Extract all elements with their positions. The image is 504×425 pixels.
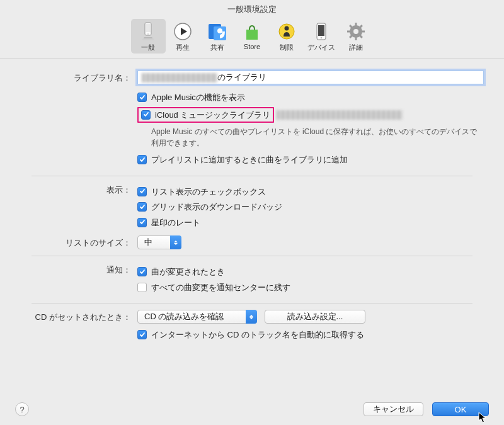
- grid-badges-checkbox[interactable]: [137, 202, 147, 212]
- restrictions-icon: [277, 21, 297, 42]
- tab-sharing-label: 共有: [210, 43, 224, 52]
- sharing-icon: [207, 21, 227, 42]
- svg-point-2: [147, 33, 149, 35]
- icloud-description: Apple Music のすべての曲やプレイリストを iCloud に保存すれば…: [151, 126, 479, 149]
- svg-rect-18: [347, 31, 350, 33]
- star-ratings-checkbox[interactable]: [137, 218, 147, 227]
- playlist-add-checkbox[interactable]: [137, 155, 147, 164]
- cd-tracknames-checkbox[interactable]: [137, 330, 147, 339]
- tab-devices-label: デバイス: [307, 43, 335, 52]
- tab-general-label: 一般: [141, 43, 155, 52]
- ok-button[interactable]: OK: [432, 402, 489, 416]
- icloud-library-label: iCloud ミュージックライブラリ: [155, 109, 270, 122]
- window-title: 一般環境設定: [0, 0, 504, 18]
- cd-action-select[interactable]: CD の読み込みを確認: [137, 310, 257, 324]
- svg-rect-16: [355, 23, 357, 26]
- list-checkbox-checkbox[interactable]: [137, 187, 147, 196]
- general-icon: [138, 21, 158, 42]
- svg-rect-17: [355, 37, 357, 40]
- question-icon: ?: [20, 405, 24, 414]
- svg-rect-12: [318, 25, 324, 36]
- tab-advanced[interactable]: 詳細: [339, 19, 374, 54]
- redacted-text: [142, 73, 217, 82]
- svg-point-13: [321, 37, 323, 39]
- display-label: 表示：: [16, 183, 137, 196]
- tab-restrictions-label: 制限: [280, 43, 294, 52]
- chevron-updown-icon: [170, 235, 181, 249]
- svg-rect-19: [362, 31, 365, 33]
- library-name-input[interactable]: のライブラリ: [137, 71, 484, 84]
- import-settings-label: 読み込み設定...: [287, 311, 343, 322]
- svg-point-8: [217, 28, 222, 33]
- tab-playback[interactable]: 再生: [166, 19, 200, 54]
- svg-rect-4: [142, 38, 154, 40]
- cd-action-value: CD の読み込みを確認: [144, 311, 224, 322]
- tab-restrictions[interactable]: 制限: [270, 19, 304, 54]
- cancel-button[interactable]: キャンセル: [364, 402, 423, 416]
- list-size-value: 中: [144, 237, 152, 248]
- cd-tracknames-label: インターネットから CD のトラック名を自動的に取得する: [151, 329, 364, 341]
- list-size-label: リストのサイズ：: [16, 235, 137, 249]
- tab-general[interactable]: 一般: [131, 19, 166, 54]
- tab-devices[interactable]: デバイス: [304, 19, 339, 54]
- toolbar: 一般 再生 共有 Store 制限 デバイス 詳細: [0, 18, 504, 59]
- playlist-add-label: プレイリストに追加するときに曲をライブラリに追加: [151, 154, 348, 166]
- notify-changed-checkbox[interactable]: [137, 267, 147, 276]
- notify-changed-label: 曲が変更されたとき: [151, 266, 225, 278]
- svg-point-15: [353, 29, 358, 34]
- tab-playback-label: 再生: [176, 43, 190, 52]
- devices-icon: [311, 21, 331, 42]
- tab-sharing[interactable]: 共有: [200, 19, 235, 54]
- cd-insert-label: CD がセットされたとき：: [16, 310, 137, 323]
- import-settings-button[interactable]: 読み込み設定...: [265, 310, 365, 324]
- tab-store[interactable]: Store: [235, 19, 270, 54]
- svg-rect-1: [146, 24, 151, 32]
- apple-music-label: Apple Musicの機能を表示: [151, 91, 245, 104]
- cursor-icon: [478, 412, 488, 424]
- list-checkbox-label: リスト表示のチェックボックス: [151, 186, 266, 198]
- icloud-highlight: iCloud ミュージックライブラリ: [137, 107, 274, 123]
- star-ratings-label: 星印のレート: [151, 217, 200, 229]
- play-icon: [173, 21, 193, 42]
- apple-music-checkbox[interactable]: [137, 93, 147, 102]
- library-name-label: ライブラリ名：: [16, 71, 137, 84]
- list-size-select[interactable]: 中: [137, 235, 181, 249]
- svg-point-10: [285, 26, 289, 31]
- notifications-label: 通知：: [16, 263, 137, 276]
- notify-center-checkbox[interactable]: [137, 283, 147, 292]
- chevron-updown-icon: [246, 310, 257, 324]
- library-name-suffix: のライブラリ: [217, 72, 266, 83]
- cancel-label: キャンセル: [373, 404, 414, 415]
- icloud-library-checkbox[interactable]: [141, 110, 151, 120]
- store-icon: [242, 21, 262, 42]
- ok-label: OK: [455, 405, 467, 414]
- grid-badges-label: グリッド表示のダウンロードバッジ: [151, 201, 282, 213]
- gear-icon: [346, 21, 366, 42]
- tab-advanced-label: 詳細: [349, 43, 363, 52]
- notify-center-label: すべての曲変更を通知センターに残す: [151, 281, 290, 294]
- tab-store-label: Store: [244, 43, 260, 50]
- redacted-text: [277, 110, 403, 120]
- help-button[interactable]: ?: [15, 402, 29, 416]
